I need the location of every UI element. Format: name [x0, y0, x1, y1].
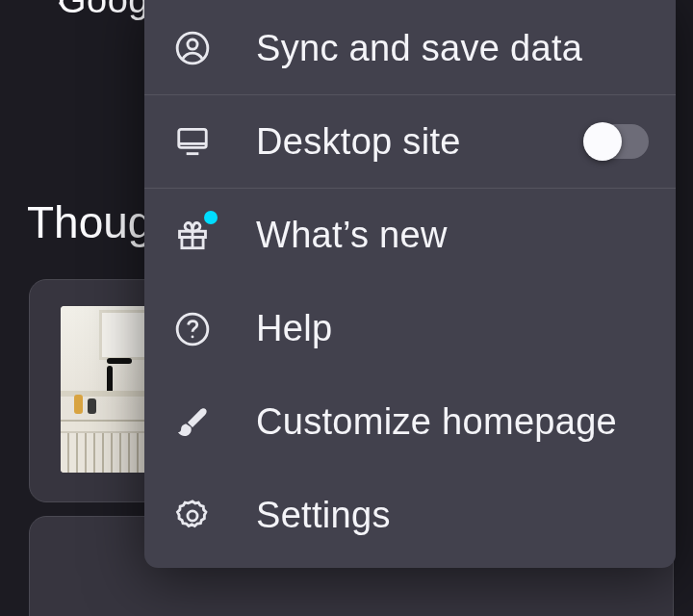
svg-point-1: [188, 39, 197, 49]
section-heading: Thoug: [27, 196, 152, 248]
menu-item-customize-homepage[interactable]: Customize homepage: [144, 375, 676, 469]
menu-item-help[interactable]: Help: [144, 282, 676, 375]
menu-item-sync[interactable]: Sync and save data: [144, 2, 676, 95]
svg-point-7: [188, 510, 197, 520]
gear-icon: [171, 495, 214, 537]
menu-item-desktop-site[interactable]: Desktop site: [144, 95, 676, 189]
desktop-site-toggle[interactable]: [583, 124, 649, 159]
brush-icon: [171, 401, 214, 444]
menu-item-label: Settings: [256, 495, 391, 536]
menu-item-settings[interactable]: Settings: [144, 469, 676, 562]
menu-item-label: Customize homepage: [256, 401, 617, 443]
gift-icon: [171, 215, 214, 257]
overflow-menu: Sync and save data Desktop site What’s n…: [144, 0, 676, 568]
badge-dot-icon: [204, 211, 218, 224]
help-icon: [171, 308, 214, 350]
account-circle-icon: [171, 27, 214, 69]
menu-item-label: Help: [256, 308, 332, 349]
menu-item-label: Desktop site: [256, 121, 461, 163]
menu-item-whats-new[interactable]: What’s new: [144, 189, 676, 282]
top-link-text: Goog: [58, 0, 149, 21]
menu-item-label: What’s new: [256, 215, 448, 256]
desktop-icon: [171, 120, 214, 163]
menu-item-label: Sync and save data: [256, 28, 582, 69]
svg-point-6: [192, 335, 194, 338]
